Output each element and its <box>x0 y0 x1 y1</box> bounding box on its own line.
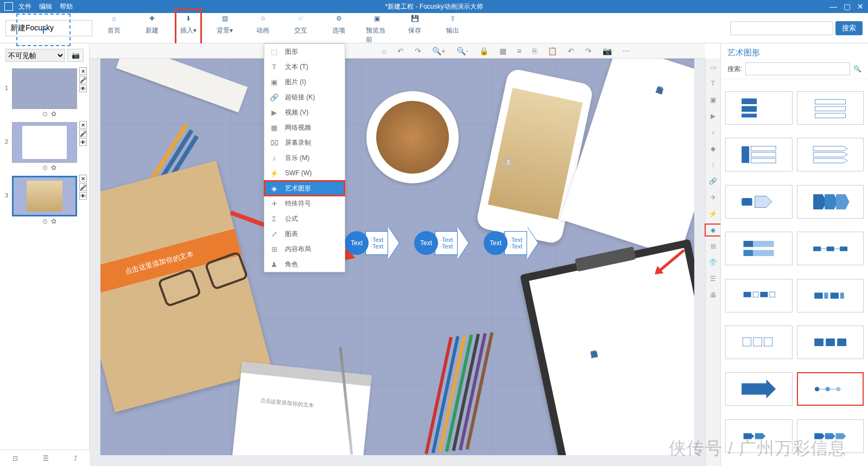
shape-item[interactable] <box>797 91 864 125</box>
rail-symbol-icon[interactable]: ✈ <box>706 192 720 203</box>
insert-video[interactable]: ▶视频 (V) <box>264 105 345 120</box>
menu-help[interactable]: 帮助 <box>60 2 73 11</box>
shape-item[interactable] <box>725 232 793 265</box>
shape-search-input[interactable] <box>745 62 850 75</box>
insert-music[interactable]: ♪音乐 (M) <box>264 150 345 165</box>
bottom-tool-3[interactable]: ⤴ <box>74 455 77 462</box>
rail-video-icon[interactable]: ▶ <box>706 111 720 122</box>
shape-item-selected[interactable] <box>797 372 864 406</box>
toolbar-animation[interactable]: ☆动画 <box>252 12 274 44</box>
toolbar-new[interactable]: ✚新建 <box>141 12 163 44</box>
rail-role-icon[interactable]: 👕 <box>706 257 720 268</box>
shape-item[interactable] <box>797 232 864 265</box>
slide-settings-icon[interactable]: ✿ <box>51 110 56 118</box>
slide-item[interactable]: 1 ✕🎤👁 <box>0 67 89 109</box>
slide-item[interactable]: 2 ✕🎤👁 <box>0 121 89 163</box>
insert-image[interactable]: ▣图片 (I) <box>264 74 345 90</box>
slide-eye-icon[interactable]: 👁 <box>79 138 87 146</box>
zoom-out-icon[interactable]: 🔍- <box>457 47 468 55</box>
menu-edit[interactable]: 编辑 <box>39 2 52 11</box>
shape-item[interactable] <box>725 91 793 125</box>
slide-eye-icon[interactable]: 👁 <box>79 85 87 92</box>
shape-item[interactable] <box>797 279 864 312</box>
slide-settings-icon[interactable]: ✿ <box>51 218 56 225</box>
shape-item[interactable] <box>725 419 793 453</box>
insert-screen-record[interactable]: ⌧屏幕录制 <box>264 135 345 150</box>
insert-special-char[interactable]: ✈特殊符号 <box>264 196 345 211</box>
shape-item[interactable] <box>725 185 793 219</box>
search-input[interactable] <box>730 21 833 35</box>
back-icon[interactable]: ↶ <box>568 47 574 55</box>
insert-role[interactable]: ♟角色 <box>264 257 345 272</box>
rail-chart-icon[interactable]: ⫶ <box>706 159 720 170</box>
slide-eye-icon[interactable]: 👁 <box>79 192 87 200</box>
zoom-in-icon[interactable]: 🔍+ <box>432 47 446 55</box>
minimize-button[interactable]: — <box>829 2 837 11</box>
toolbar-home[interactable]: ⌂首页 <box>103 12 125 44</box>
maximize-button[interactable]: ▢ <box>844 2 851 11</box>
rail-art-shape-icon[interactable]: ◈ <box>706 225 720 235</box>
slide-mic-icon[interactable]: 🎤 <box>79 76 87 84</box>
undo-icon[interactable]: ↶ <box>397 47 404 55</box>
insert-web-video[interactable]: ▦网络视频 <box>264 120 345 135</box>
slide-settings-icon[interactable]: ✿ <box>51 164 56 171</box>
close-button[interactable]: ✕ <box>857 2 864 11</box>
rail-image-icon[interactable]: ▣ <box>706 94 720 105</box>
rail-frame-icon[interactable]: ▭ <box>706 62 720 73</box>
align-icon[interactable]: ≡ <box>517 47 522 55</box>
forward-icon[interactable]: ↷ <box>585 47 592 55</box>
slide-play-icon[interactable]: ⊙ <box>42 110 48 118</box>
insert-hyperlink[interactable]: 🔗超链接 (K) <box>264 90 345 105</box>
toolbar-insert[interactable]: ⬇插入▾ <box>175 9 202 48</box>
slide-play-icon[interactable]: ⊙ <box>42 164 48 171</box>
shape-item[interactable] <box>797 185 864 219</box>
slide-close-icon[interactable]: ✕ <box>79 175 87 182</box>
slide-close-icon[interactable]: ✕ <box>79 121 87 129</box>
shape-item[interactable] <box>725 325 793 359</box>
insert-formula[interactable]: Σ公式 <box>264 211 345 226</box>
slide-mic-icon[interactable]: 🎤 <box>79 183 87 191</box>
search-button[interactable]: 搜索 <box>835 21 863 35</box>
insert-layout[interactable]: ⊞内容布局 <box>264 241 345 257</box>
toolbar-preview[interactable]: ▣预览当前 <box>366 12 388 44</box>
shape-item[interactable] <box>725 138 793 171</box>
bottom-tool-1[interactable]: ⊡ <box>12 455 18 462</box>
grid-icon[interactable]: ▦ <box>499 47 506 55</box>
insert-swf[interactable]: ⚡SWF (W) <box>264 165 345 181</box>
shape-item[interactable] <box>725 372 793 406</box>
shape-item[interactable] <box>797 138 864 171</box>
slide-play-icon[interactable]: ⊙ <box>42 218 48 225</box>
rail-text-icon[interactable]: T <box>706 78 720 89</box>
slide-close-icon[interactable]: ✕ <box>79 67 87 75</box>
bottom-tool-2[interactable]: ☰ <box>43 455 49 462</box>
insert-text[interactable]: T文本 (T) <box>264 59 345 74</box>
paste-icon[interactable]: 📋 <box>548 47 557 55</box>
rail-layout-icon[interactable]: ⊞ <box>706 241 720 252</box>
insert-art-shape[interactable]: ◈艺术图形 <box>264 181 345 196</box>
copy-icon[interactable]: ⎘ <box>533 47 537 55</box>
toolbar-output[interactable]: ⇧输出 <box>442 12 464 44</box>
shape-item[interactable] <box>797 325 864 359</box>
rail-link-icon[interactable]: 🔗 <box>706 176 720 187</box>
rail-layers-icon[interactable]: ☰ <box>706 273 720 284</box>
add-slide-button[interactable]: + <box>16 14 71 46</box>
canvas[interactable]: 3 点击这里添加你的文本 点击这里添加你的文本 点击这里添加你的文本 点击这里添… <box>100 59 694 455</box>
rail-swf-icon[interactable]: ⚡ <box>706 208 720 219</box>
toolbar-save[interactable]: 💾保存 <box>404 12 426 44</box>
menu-file[interactable]: 文件 <box>18 2 31 11</box>
shape-item[interactable] <box>797 419 864 453</box>
shape-item[interactable] <box>725 279 793 312</box>
flow-diagram[interactable]: Text·Text·Text Text·Text·Text Text·Text·… <box>345 227 537 259</box>
insert-shape[interactable]: ⬚图形 <box>264 44 345 59</box>
coffee-object[interactable] <box>366 91 459 183</box>
frame-visibility-select[interactable]: 不可见帧 <box>5 49 65 62</box>
rail-printer-icon[interactable]: 🖶 <box>706 290 720 301</box>
rail-music-icon[interactable]: ♪ <box>706 127 720 138</box>
lock-icon[interactable]: 🔒 <box>479 47 489 55</box>
canvas-home-icon[interactable]: ⌂ <box>382 47 386 55</box>
search-icon[interactable]: 🔍 <box>853 65 861 73</box>
insert-chart[interactable]: ⤢图表 <box>264 226 345 241</box>
slide-item[interactable]: 3 ✕🎤👁 <box>0 175 89 216</box>
slide-mic-icon[interactable]: 🎤 <box>79 130 87 137</box>
snapshot-button[interactable]: 📷 <box>67 49 84 62</box>
